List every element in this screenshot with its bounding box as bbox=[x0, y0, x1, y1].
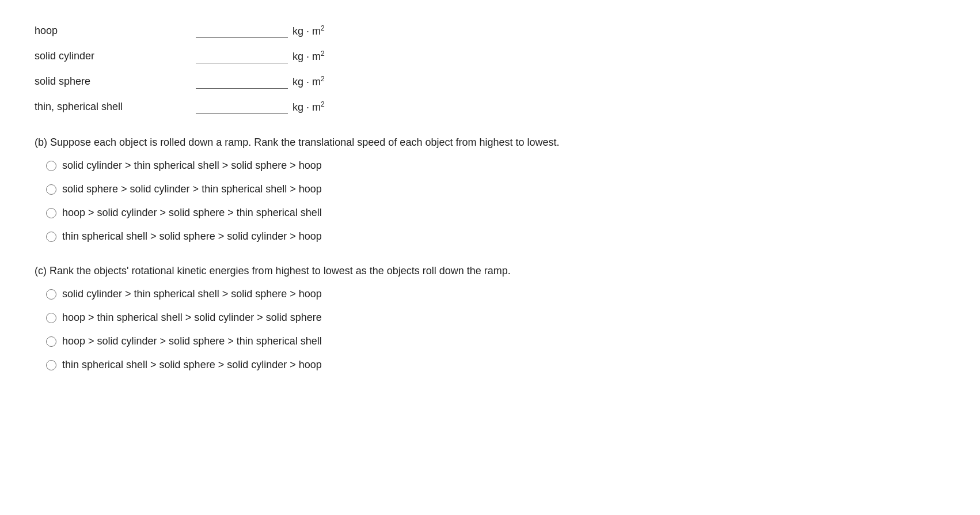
part-c-option-3[interactable]: thin spherical shell > solid sphere > so… bbox=[46, 359, 945, 371]
row-unit-2: kg · m2 bbox=[293, 75, 325, 88]
part-c-radio-2[interactable] bbox=[46, 336, 56, 347]
row-label-2: solid sphere bbox=[35, 75, 196, 88]
part-c-radio-0[interactable] bbox=[46, 289, 56, 300]
input-row-0: hoopkg · m2 bbox=[35, 23, 945, 38]
part-b-option-label-3: thin spherical shell > solid sphere > so… bbox=[62, 230, 322, 243]
part-c-option-1[interactable]: hoop > thin spherical shell > solid cyli… bbox=[46, 312, 945, 324]
part-b-radio-3[interactable] bbox=[46, 232, 56, 242]
part-b-option-0[interactable]: solid cylinder > thin spherical shell > … bbox=[46, 160, 945, 172]
part-b-radio-1[interactable] bbox=[46, 184, 56, 195]
part-b-title: (b) Suppose each object is rolled down a… bbox=[35, 135, 945, 150]
part-c-option-0[interactable]: solid cylinder > thin spherical shell > … bbox=[46, 288, 945, 300]
part-b-option-1[interactable]: solid sphere > solid cylinder > thin sph… bbox=[46, 183, 945, 195]
row-label-1: solid cylinder bbox=[35, 50, 196, 62]
part-c-option-label-0: solid cylinder > thin spherical shell > … bbox=[62, 288, 322, 300]
part-b-option-2[interactable]: hoop > solid cylinder > solid sphere > t… bbox=[46, 207, 945, 219]
row-unit-0: kg · m2 bbox=[293, 24, 325, 37]
input-row-2: solid spherekg · m2 bbox=[35, 74, 945, 89]
part-c-section: (c) Rank the objects' rotational kinetic… bbox=[35, 263, 945, 371]
part-c-option-label-1: hoop > thin spherical shell > solid cyli… bbox=[62, 312, 322, 324]
part-b-radio-0[interactable] bbox=[46, 161, 56, 171]
part-b-option-label-2: hoop > solid cylinder > solid sphere > t… bbox=[62, 207, 322, 219]
part-c-option-label-2: hoop > solid cylinder > solid sphere > t… bbox=[62, 335, 322, 347]
part-c-radio-3[interactable] bbox=[46, 360, 56, 370]
part-c-option-label-3: thin spherical shell > solid sphere > so… bbox=[62, 359, 322, 371]
part-c-radio-1[interactable] bbox=[46, 313, 56, 323]
input-row-3: thin, spherical shellkg · m2 bbox=[35, 99, 945, 114]
row-label-3: thin, spherical shell bbox=[35, 101, 196, 113]
part-b-options: solid cylinder > thin spherical shell > … bbox=[35, 160, 945, 243]
row-unit-1: kg · m2 bbox=[293, 50, 325, 63]
row-input-3[interactable] bbox=[196, 99, 288, 114]
row-input-0[interactable] bbox=[196, 23, 288, 38]
row-label-0: hoop bbox=[35, 25, 196, 37]
row-input-1[interactable] bbox=[196, 48, 288, 63]
part-c-options: solid cylinder > thin spherical shell > … bbox=[35, 288, 945, 371]
part-a-section: hoopkg · m2solid cylinderkg · m2solid sp… bbox=[35, 23, 945, 114]
part-c-option-2[interactable]: hoop > solid cylinder > solid sphere > t… bbox=[46, 335, 945, 347]
row-input-2[interactable] bbox=[196, 74, 288, 89]
part-b-radio-2[interactable] bbox=[46, 208, 56, 218]
part-b-option-label-0: solid cylinder > thin spherical shell > … bbox=[62, 160, 322, 172]
part-b-section: (b) Suppose each object is rolled down a… bbox=[35, 135, 945, 243]
part-b-option-label-1: solid sphere > solid cylinder > thin sph… bbox=[62, 183, 322, 195]
part-c-title: (c) Rank the objects' rotational kinetic… bbox=[35, 263, 945, 279]
row-unit-3: kg · m2 bbox=[293, 100, 325, 113]
input-row-1: solid cylinderkg · m2 bbox=[35, 48, 945, 63]
part-b-option-3[interactable]: thin spherical shell > solid sphere > so… bbox=[46, 230, 945, 243]
